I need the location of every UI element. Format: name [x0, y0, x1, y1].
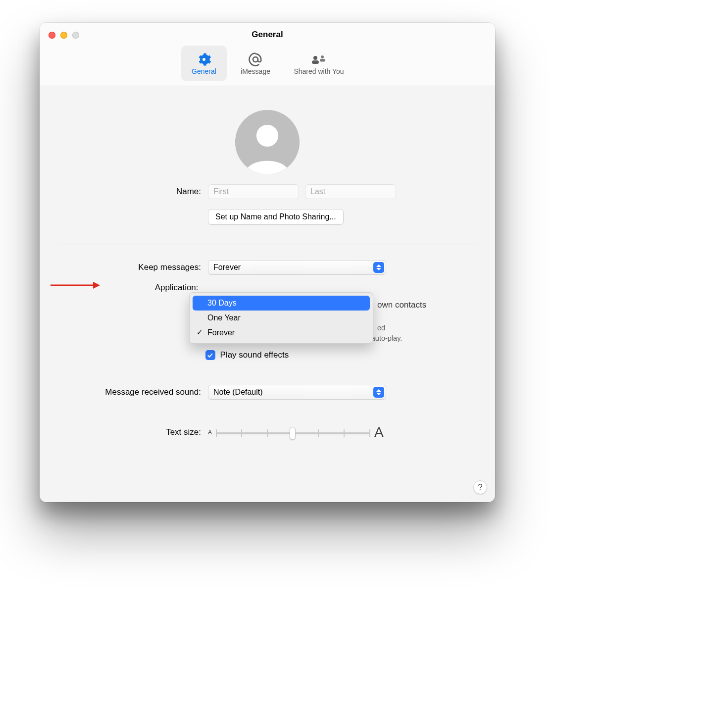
text-size-min-glyph: A	[208, 429, 212, 436]
keep-messages-menu: 30 Days One Year ✓ Forever	[189, 292, 373, 344]
first-name-placeholder: First	[213, 187, 229, 196]
svg-rect-5	[320, 59, 325, 62]
svg-rect-3	[312, 60, 319, 64]
keep-option-30-days[interactable]: 30 Days	[193, 296, 370, 311]
preferences-window: General General	[40, 23, 495, 502]
last-name-placeholder: Last	[310, 187, 325, 196]
svg-point-0	[202, 58, 205, 61]
notify-unknown-label-partial: own contacts	[377, 300, 426, 310]
profile-avatar[interactable]	[235, 110, 300, 174]
popup-stepper-icon	[373, 387, 384, 398]
application-label: Application:	[57, 283, 199, 293]
keep-option-30-days-label: 30 Days	[207, 299, 237, 308]
setup-button-label: Set up Name and Photo Sharing...	[215, 212, 336, 221]
message-sound-label: Message received sound:	[57, 387, 201, 397]
checkmark-icon: ✓	[197, 328, 203, 337]
tab-imessage[interactable]: iMessage	[233, 46, 278, 81]
play-sound-effects-label: Play sound effects	[220, 350, 289, 360]
notify-unknown-help-partial: ed	[377, 324, 385, 332]
keep-option-forever-label: Forever	[207, 328, 235, 337]
message-sound-value: Note (Default)	[213, 388, 263, 397]
window-title: General	[40, 30, 495, 40]
last-name-input[interactable]: Last	[305, 184, 396, 199]
content-area: Name: First Last Set up Name and Photo S…	[40, 86, 495, 440]
first-name-input[interactable]: First	[208, 184, 299, 199]
play-sound-effects-checkbox[interactable]	[205, 350, 215, 360]
text-size-max-glyph: A	[374, 424, 384, 440]
slider-knob[interactable]	[290, 427, 296, 440]
text-size-slider[interactable]	[216, 428, 369, 439]
tab-shared-with-you[interactable]: Shared with You	[284, 46, 353, 81]
keep-option-one-year-label: One Year	[207, 313, 241, 322]
tab-general[interactable]: General	[181, 46, 227, 81]
svg-point-4	[321, 55, 324, 58]
at-sign-icon	[248, 52, 263, 67]
tab-shared-label: Shared with You	[294, 67, 344, 75]
tab-general-label: General	[192, 67, 216, 75]
name-label: Name:	[57, 187, 201, 197]
message-sound-popup[interactable]: Note (Default)	[208, 385, 386, 400]
svg-point-2	[313, 56, 317, 60]
svg-point-1	[253, 57, 258, 62]
section-divider	[57, 245, 477, 245]
keep-messages-label: Keep messages:	[57, 262, 201, 272]
keep-messages-value: Forever	[213, 263, 241, 272]
gear-icon	[197, 52, 211, 67]
setup-name-photo-button[interactable]: Set up Name and Photo Sharing...	[208, 209, 344, 225]
keep-option-one-year[interactable]: One Year	[193, 311, 370, 325]
toolbar-tabs: General iMessage	[40, 46, 495, 81]
text-size-label: Text size:	[57, 427, 201, 437]
keep-messages-popup[interactable]: Forever	[208, 260, 386, 275]
popup-stepper-icon	[373, 262, 384, 273]
svg-point-7	[256, 125, 278, 147]
people-icon	[310, 52, 327, 67]
help-glyph: ?	[478, 482, 482, 492]
keep-option-forever[interactable]: ✓ Forever	[193, 325, 370, 340]
titlebar: General General	[40, 23, 495, 86]
tab-imessage-label: iMessage	[241, 67, 270, 75]
help-button[interactable]: ?	[473, 480, 487, 494]
